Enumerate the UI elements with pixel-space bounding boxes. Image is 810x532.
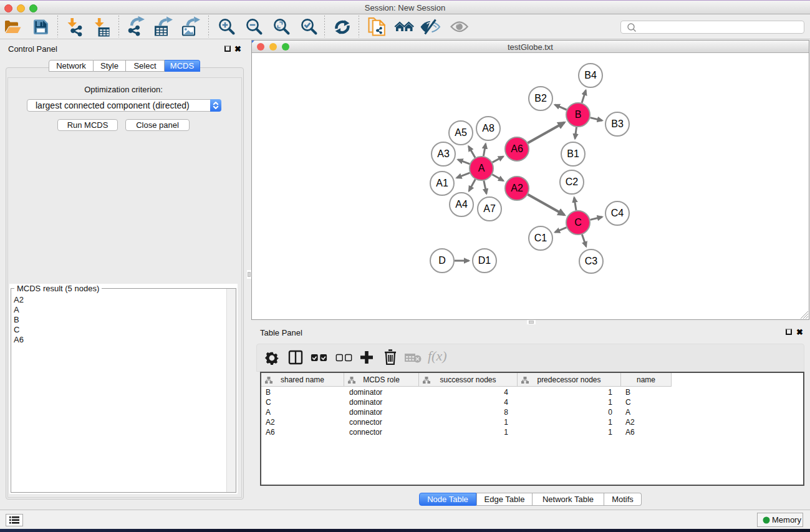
svg-text:C3: C3 bbox=[585, 256, 598, 266]
svg-text:A2: A2 bbox=[511, 183, 523, 193]
svg-text:B: B bbox=[575, 109, 582, 120]
svg-text:A5: A5 bbox=[455, 127, 467, 138]
svg-text:D: D bbox=[438, 255, 446, 266]
svg-text:B1: B1 bbox=[567, 148, 579, 159]
svg-text:A: A bbox=[478, 163, 485, 173]
svg-text:A7: A7 bbox=[483, 203, 496, 214]
svg-text:A4: A4 bbox=[455, 199, 468, 210]
svg-text:C4: C4 bbox=[611, 208, 624, 218]
svg-text:A3: A3 bbox=[437, 148, 450, 159]
svg-text:B3: B3 bbox=[611, 118, 624, 129]
svg-text:B4: B4 bbox=[584, 70, 597, 80]
svg-text:C2: C2 bbox=[566, 177, 579, 187]
svg-text:A6: A6 bbox=[511, 143, 523, 154]
svg-text:D1: D1 bbox=[478, 255, 491, 266]
svg-text:C: C bbox=[574, 217, 582, 228]
svg-text:A1: A1 bbox=[436, 178, 448, 188]
svg-text:A8: A8 bbox=[482, 123, 494, 133]
svg-text:C1: C1 bbox=[534, 233, 547, 243]
svg-text:B2: B2 bbox=[534, 93, 547, 104]
